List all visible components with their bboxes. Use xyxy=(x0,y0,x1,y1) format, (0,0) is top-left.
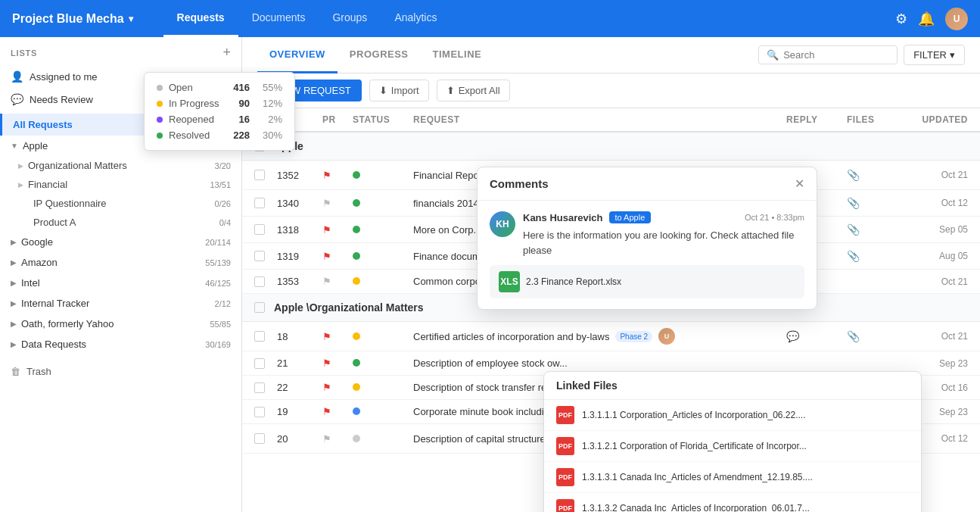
sidebar-group-data-requests-header[interactable]: ▶ Data Requests 30/169 xyxy=(0,334,241,354)
linked-file-item[interactable]: PDF 1.3.1.3.2 Canada Inc_Articles of Inc… xyxy=(544,493,921,512)
sub-nav: OVERVIEW PROGRESS TIMELINE 🔍 FILTER ▾ xyxy=(242,37,980,73)
sidebar-subitem-org-matters[interactable]: ▶ Organizational Matters 3/20 xyxy=(0,156,241,175)
header-updated: Updated xyxy=(892,114,968,125)
reopened-dot xyxy=(157,117,163,123)
oath-label: Oath, formerly Yahoo xyxy=(21,318,210,329)
row-1318-checkbox[interactable] xyxy=(254,224,265,235)
status-green-dot xyxy=(353,171,360,179)
sidebar-leaf-product-a[interactable]: Product A 0/4 xyxy=(0,213,241,232)
sidebar: LISTS + 👤 Assigned to me 💬 Needs Review … xyxy=(0,37,242,512)
amazon-badge: 55/139 xyxy=(205,258,231,267)
tab-overview[interactable]: OVERVIEW xyxy=(257,37,338,73)
nav-analytics[interactable]: Analytics xyxy=(381,0,450,37)
search-icon: 🔍 xyxy=(767,49,779,61)
sidebar-group-oath-header[interactable]: ▶ Oath, formerly Yahoo 55/85 xyxy=(0,314,241,334)
settings-icon[interactable]: ⚙ xyxy=(895,11,907,27)
data-requests-badge: 30/169 xyxy=(205,340,231,349)
sidebar-group-internal-tracker-header[interactable]: ▶ Internal Tracker 2/12 xyxy=(0,293,241,314)
open-dot xyxy=(157,85,163,91)
clip-icon[interactable]: 📎 xyxy=(847,330,860,342)
row-1353-checkbox[interactable] xyxy=(254,276,265,287)
add-list-icon[interactable]: + xyxy=(222,45,231,61)
clip-icon[interactable]: 📎 xyxy=(847,169,860,181)
row-20-checkbox[interactable] xyxy=(254,433,265,444)
filter-button[interactable]: FILTER ▾ xyxy=(904,45,965,65)
search-input[interactable] xyxy=(783,49,889,61)
sidebar-subitem-financial[interactable]: ▶ Financial 13/51 xyxy=(0,175,241,194)
reply-icon[interactable]: 💬 xyxy=(786,330,799,342)
flag-gray-icon: ⚑ xyxy=(322,198,331,209)
row-21-status xyxy=(353,357,413,369)
nav-groups[interactable]: Groups xyxy=(319,0,381,37)
user-avatar[interactable]: U xyxy=(945,8,968,30)
comments-popup: Comments ✕ KH Kans Husarevich to Apple O… xyxy=(477,167,817,310)
row-21-checkbox[interactable] xyxy=(254,358,265,369)
trash-icon: 🗑 xyxy=(11,366,20,377)
row-18-reply[interactable]: 💬 xyxy=(786,330,847,342)
clip-icon[interactable]: 📎 xyxy=(847,197,860,209)
amazon-label: Amazon xyxy=(21,257,205,268)
tab-timeline[interactable]: TIMELINE xyxy=(421,37,494,73)
row-18-files[interactable]: 📎 xyxy=(847,330,892,342)
row-1340-files[interactable]: 📎 xyxy=(847,197,892,209)
comments-close-icon[interactable]: ✕ xyxy=(795,176,804,191)
sidebar-group-intel-header[interactable]: ▶ Intel 46/125 xyxy=(0,273,241,293)
row-1352-files[interactable]: 📎 xyxy=(847,169,892,181)
header-request: Request xyxy=(413,114,786,125)
row-1318-files[interactable]: 📎 xyxy=(847,223,892,236)
resolved-dot xyxy=(157,133,163,139)
status-yellow-dot xyxy=(353,383,360,391)
row-1340-date: Oct 12 xyxy=(892,198,968,208)
header-pr: PR xyxy=(322,114,353,125)
row-1340-checkbox[interactable] xyxy=(254,198,265,208)
top-nav-right: ⚙ 🔔 U xyxy=(895,8,968,30)
row-18-checkbox[interactable] xyxy=(254,331,265,342)
row-21-request[interactable]: Description of employee stock ow... xyxy=(413,357,786,369)
row-18-request[interactable]: Certified articles of incorporation and … xyxy=(413,328,786,345)
google-expand-icon: ▶ xyxy=(11,238,17,246)
row-1353-date: Oct 21 xyxy=(892,276,968,287)
comment-time: Oct 21 • 8:33pm xyxy=(745,213,804,222)
sidebar-trash[interactable]: 🗑 Trash xyxy=(0,361,241,382)
sidebar-group-google-header[interactable]: ▶ Google 20/114 xyxy=(0,232,241,252)
row-22-checkbox[interactable] xyxy=(254,382,265,393)
project-title[interactable]: Project Blue Mecha ▾ xyxy=(12,12,133,26)
tab-progress[interactable]: PROGRESS xyxy=(338,37,421,73)
financial-expand-icon: ▶ xyxy=(18,181,23,189)
linked-file-item[interactable]: PDF 1.3.1.3.1 Canada Inc_Articles of Ame… xyxy=(544,462,921,493)
header-files: Files xyxy=(847,114,892,125)
row-18-avatar: U xyxy=(658,328,675,345)
linked-files-popup: Linked Files PDF 1.3.1.1.1 Corporation_A… xyxy=(543,371,922,512)
row-20-id: 20 xyxy=(277,433,322,445)
in-progress-dot xyxy=(157,101,163,107)
amazon-expand-icon: ▶ xyxy=(11,258,17,267)
import-button[interactable]: ⬇ Import xyxy=(369,80,429,101)
sub-nav-right: 🔍 FILTER ▾ xyxy=(758,45,965,65)
stats-open-count: 416 xyxy=(227,82,242,93)
export-all-button[interactable]: ⬆ Export All xyxy=(437,80,510,101)
row-1352-checkbox[interactable] xyxy=(254,170,265,180)
flag-gray-icon: ⚑ xyxy=(322,276,331,287)
row-1352-status xyxy=(353,170,413,181)
clip-icon[interactable]: 📎 xyxy=(847,250,860,262)
sidebar-group-amazon-header[interactable]: ▶ Amazon 55/139 xyxy=(0,252,241,273)
comments-header: Comments ✕ xyxy=(478,167,817,201)
row-19-checkbox[interactable] xyxy=(254,407,265,417)
comment-attachment[interactable]: XLS 2.3 Finance Report.xlsx xyxy=(490,265,804,298)
pdf-icon: PDF xyxy=(556,499,574,512)
row-1353-status xyxy=(353,276,413,287)
linked-file-item[interactable]: PDF 1.3.1.1.1 Corporation_Articles of In… xyxy=(544,400,921,431)
sidebar-leaf-ip-questionnaire[interactable]: IP Questionnaire 0/26 xyxy=(0,194,241,213)
nav-requests[interactable]: Requests xyxy=(163,0,238,37)
comment-to-badge: to Apple xyxy=(609,211,652,223)
clip-icon[interactable]: 📎 xyxy=(847,223,860,236)
top-nav: Project Blue Mecha ▾ Requests Documents … xyxy=(0,0,980,37)
row-1319-checkbox[interactable] xyxy=(254,251,265,261)
status-yellow-dot xyxy=(353,277,360,285)
pdf-icon: PDF xyxy=(556,406,574,424)
section-org-matters-checkbox[interactable] xyxy=(254,302,265,313)
row-1319-files[interactable]: 📎 xyxy=(847,250,892,262)
notifications-icon[interactable]: 🔔 xyxy=(918,11,935,27)
linked-file-item[interactable]: PDF 1.3.1.2.1 Corporation of Florida_Cer… xyxy=(544,431,921,462)
nav-documents[interactable]: Documents xyxy=(238,0,319,37)
